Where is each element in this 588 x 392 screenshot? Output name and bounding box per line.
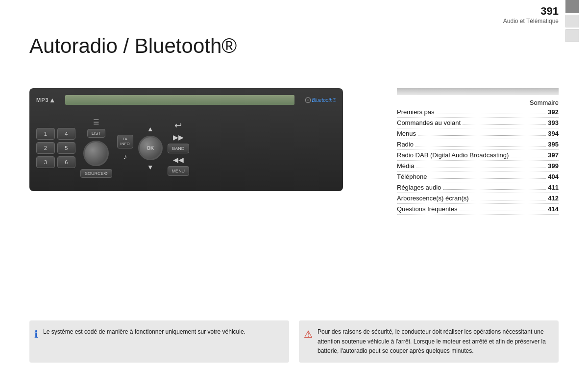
toc-item-page: 392 <box>548 108 559 116</box>
preset-buttons: 1 4 2 5 3 6 <box>36 128 75 168</box>
volume-area: ☰ LIST SOURCE⚙ <box>80 118 112 178</box>
ff-icon[interactable]: ▶▶ <box>168 133 190 141</box>
toc-header-label: Sommaire <box>530 99 559 106</box>
volume-knob[interactable] <box>83 141 109 166</box>
radio-top-bar: MP3 ▲ ⊙ Bluetooth® <box>36 93 336 107</box>
side-marker-inactive-1 <box>565 15 579 27</box>
toc-item-label: Commandes au volant <box>397 119 461 126</box>
toc-item-page: 412 <box>548 195 559 202</box>
source-button[interactable]: SOURCE⚙ <box>80 169 112 178</box>
preset-btn-3[interactable]: 3 <box>36 156 55 168</box>
toc-dotted-line <box>463 124 546 125</box>
toc-item: Questions fréquentes 414 <box>397 204 559 215</box>
preset-btn-5[interactable]: 5 <box>57 142 76 154</box>
toc-dotted-line <box>443 189 546 190</box>
toc-item-page: 393 <box>548 119 559 126</box>
toc-item: Arborescence(s) écran(s) 412 <box>397 193 559 204</box>
toc-item: Commandes au volant 393 <box>397 118 559 128</box>
cd-icon: ⊙ <box>304 95 312 105</box>
toc-item-page: 394 <box>548 130 559 137</box>
info-box-2: ⚠ Pour des raisons de sécurité, le condu… <box>299 320 559 363</box>
menu-button[interactable]: MENU <box>168 166 190 176</box>
toc-item-page: 404 <box>548 173 559 180</box>
preset-btn-2[interactable]: 2 <box>36 142 55 154</box>
toc-item: Radio 395 <box>397 139 559 150</box>
side-markers <box>565 0 579 42</box>
section-title: Audio et Télématique <box>503 18 559 24</box>
toc-item-label: Questions fréquentes <box>397 205 458 213</box>
toc-header-bar <box>397 88 559 95</box>
toc-item-label: Menus <box>397 130 416 137</box>
list-area: ☰ <box>93 118 99 126</box>
toc-dotted-line <box>460 211 546 211</box>
side-marker-active <box>565 0 579 13</box>
info-box-1: ℹ Le système est codé de manière à fonct… <box>29 320 289 363</box>
preset-btn-4[interactable]: 4 <box>57 128 76 140</box>
side-controls: ↩ ▶▶ BAND ◀◀ MENU <box>168 120 190 176</box>
radio-image: MP3 ▲ ⊙ Bluetooth® 1 4 2 5 3 6 ☰ LIST <box>29 88 343 191</box>
toc-item-label: Radio <box>397 141 414 148</box>
toc-item: Premiers pas 392 <box>397 107 559 118</box>
toc-item-label: Téléphone <box>397 173 427 180</box>
toc-items: Premiers pas 392 Commandes au volant 393… <box>397 107 559 215</box>
nav-buttons: ▲ OK ▼ <box>138 125 163 171</box>
toc-item-page: 397 <box>548 151 559 159</box>
info-text-1: Le système est codé de manière à fonctio… <box>43 327 245 337</box>
toc-dotted-line <box>416 146 546 147</box>
ok-knob[interactable]: OK <box>138 136 163 160</box>
toc-item-page: 414 <box>548 205 559 213</box>
mp3-label: MP3 <box>36 97 49 103</box>
page-header: 391 Audio et Télématique <box>503 5 559 24</box>
toc-item: Réglages audio 411 <box>397 182 559 193</box>
toc-container: Sommaire <box>397 88 559 108</box>
note-icon: ♪ <box>123 152 127 161</box>
info-icon-blue: ℹ <box>34 328 38 340</box>
toc-item-label: Réglages audio <box>397 184 441 191</box>
toc-item-page: 395 <box>548 141 559 148</box>
toc-header-row: Sommaire <box>397 99 559 106</box>
toc-dotted-line <box>471 200 546 200</box>
page-title: Autoradio / Bluetooth® <box>29 34 237 58</box>
bluetooth-label: Bluetooth® <box>312 98 336 103</box>
display-screen <box>65 95 294 105</box>
nav-down-icon[interactable]: ▼ <box>147 163 154 171</box>
info-boxes: ℹ Le système est codé de manière à fonct… <box>29 320 559 363</box>
ta-area: TAINFO ♪ <box>117 135 133 162</box>
band-button[interactable]: BAND <box>168 144 190 153</box>
preset-btn-1[interactable]: 1 <box>36 128 55 140</box>
toc-item-label: Arborescence(s) écran(s) <box>397 195 469 202</box>
info-text-2: Pour des raisons de sécurité, le conduct… <box>318 327 552 356</box>
toc-dotted-line <box>418 135 546 136</box>
toc-item-label: Média <box>397 162 414 170</box>
page-number: 391 <box>503 5 559 18</box>
toc-item-label: Radio DAB (Digital Audio Broadcasting) <box>397 151 509 159</box>
warning-icon-red: ⚠ <box>304 328 313 340</box>
toc-item-label: Premiers pas <box>397 108 435 116</box>
list-button[interactable]: LIST <box>87 129 105 138</box>
return-icon[interactable]: ↩ <box>168 120 190 131</box>
list-icon: ☰ <box>93 118 99 126</box>
toc-item: Menus 394 <box>397 128 559 139</box>
toc-item-page: 399 <box>548 162 559 170</box>
toc-item-page: 411 <box>548 184 559 191</box>
ta-info-button[interactable]: TAINFO <box>117 135 133 149</box>
radio-panel: MP3 ▲ ⊙ Bluetooth® 1 4 2 5 3 6 ☰ LIST <box>29 88 343 191</box>
rew-icon[interactable]: ◀◀ <box>168 156 190 164</box>
toc-item: Radio DAB (Digital Audio Broadcasting) 3… <box>397 150 559 161</box>
toc-item: Téléphone 404 <box>397 172 559 182</box>
radio-main: 1 4 2 5 3 6 ☰ LIST SOURCE⚙ TAINFO ♪ <box>36 110 336 186</box>
toc-item: Média 399 <box>397 161 559 172</box>
side-marker-inactive-2 <box>565 29 579 42</box>
eject-icon: ▲ <box>49 96 56 104</box>
toc-dotted-line <box>437 114 546 114</box>
preset-btn-6[interactable]: 6 <box>57 156 76 168</box>
toc-dotted-line <box>416 168 546 168</box>
nav-up-icon[interactable]: ▲ <box>147 125 154 133</box>
toc-dotted-line <box>429 178 546 179</box>
toc-dotted-line <box>511 157 546 157</box>
